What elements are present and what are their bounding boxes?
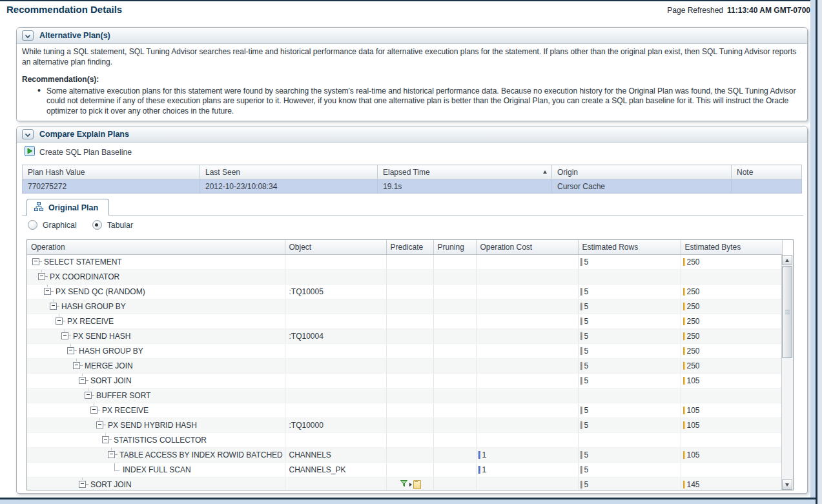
vertical-scrollbar[interactable] (781, 255, 793, 490)
collapse-node-icon[interactable] (56, 318, 63, 325)
plan-row[interactable]: HASH GROUP BY5250 (27, 343, 782, 358)
frame-bottom-outer (0, 499, 816, 504)
collapse-node-icon[interactable] (50, 303, 57, 310)
rows-bar-icon (581, 362, 582, 370)
estimated-rows-cell-value: 5 (584, 347, 589, 356)
plans-column-header[interactable]: Note (732, 165, 802, 179)
estimated-bytes-cell: 105 (681, 403, 782, 418)
collapse-compare-plans-button[interactable] (22, 129, 34, 139)
estimated-rows-cell-value: 5 (584, 361, 589, 370)
plan-row[interactable]: PX RECEIVE5105 (27, 403, 782, 418)
plans-column-label: Note (737, 168, 753, 177)
plan-column-header[interactable]: Pruning (433, 240, 476, 254)
estimated-bytes-cell: 250 (681, 328, 782, 343)
collapse-node-icon[interactable] (38, 273, 45, 280)
section-title: Alternative Plan(s) (39, 31, 110, 40)
compare-explain-plans-section: Compare Explain Plans Create SQL Plan Ba… (16, 126, 808, 494)
object-cell (285, 477, 386, 490)
tab-label: Original Plan (48, 203, 98, 212)
plan-row[interactable]: PX COORDINATOR (27, 269, 782, 284)
estimated-rows-cell: 5 (578, 328, 681, 343)
collapse-node-icon[interactable] (102, 436, 109, 443)
plan-row[interactable]: STATISTICS COLLECTOR (27, 432, 782, 447)
collapse-node-icon[interactable] (85, 392, 92, 399)
operation-label: HASH GROUP BY (79, 347, 143, 356)
create-sql-plan-baseline-button[interactable]: Create SQL Plan Baseline (25, 146, 132, 158)
note-icon[interactable] (413, 480, 421, 489)
operation-label: PX COORDINATOR (50, 272, 119, 281)
radio-option-tabular[interactable]: Tabular (92, 220, 133, 230)
plans-table-row[interactable]: 7702752722012-10-23/10:08:3419.1sCursor … (23, 179, 802, 194)
sort-ascending-icon (543, 170, 547, 174)
frame-top-border (0, 0, 822, 1)
radio-option-graphical[interactable]: Graphical (28, 220, 77, 230)
collapse-node-icon[interactable] (79, 377, 86, 384)
plans-column-header[interactable]: Last Seen (200, 165, 378, 179)
predicate-cell (386, 432, 433, 447)
plan-row[interactable]: SELECT STATEMENT5250 (27, 254, 782, 269)
plan-row[interactable]: HASH GROUP BY5250 (27, 299, 782, 314)
pruning-cell (433, 269, 476, 284)
scrollbar-thumb[interactable] (782, 266, 792, 358)
pruning-cell (433, 447, 476, 462)
operation-cell: PX SEND HYBRID HASH (27, 418, 285, 432)
rows-bar-icon (581, 481, 582, 489)
rows-bar-icon (581, 466, 582, 474)
plan-row[interactable]: TABLE ACCESS BY INDEX ROWID BATCHEDCHANN… (27, 447, 782, 462)
operation-cost-cell (476, 254, 578, 269)
plan-row[interactable]: INDEX FULL SCANCHANNELS_PK15 (27, 462, 782, 477)
collapse-node-icon[interactable] (61, 332, 68, 339)
plan-row[interactable]: BUFFER SORT (27, 388, 782, 403)
plan-row[interactable]: PX SEND QC (RANDOM):TQ100055250 (27, 284, 782, 299)
chevron-down-icon (25, 130, 31, 139)
operation-label: STATISTICS COLLECTOR (114, 436, 207, 445)
collapse-node-icon[interactable] (73, 362, 80, 369)
scrollbar-down-button[interactable] (782, 479, 792, 490)
estimated-rows-cell (578, 388, 681, 403)
estimated-bytes-cell-value: 145 (687, 480, 700, 489)
rows-bar-icon (581, 377, 582, 385)
plan-row[interactable]: MERGE JOIN5250 (27, 358, 782, 373)
plan-table-container: OperationObjectPredicatePruningOperation… (26, 239, 794, 490)
collapse-node-icon[interactable] (90, 407, 98, 414)
plan-row[interactable]: SORT JOIN5105 (27, 373, 782, 388)
plans-column-header[interactable]: Elapsed Time (378, 165, 552, 179)
estimated-rows-cell: 5 (578, 447, 681, 462)
estimated-bytes-cell-value: 250 (687, 361, 700, 370)
plan-column-header[interactable]: Operation Cost (476, 240, 578, 254)
scrollbar-up-button[interactable] (782, 255, 792, 265)
collapse-node-icon[interactable] (96, 421, 103, 428)
radio-selected-icon[interactable] (92, 220, 102, 230)
plan-row[interactable]: PX SEND HASH:TQ100045250 (27, 328, 782, 343)
collapse-node-icon[interactable] (108, 451, 115, 458)
collapse-node-icon[interactable] (67, 347, 74, 354)
filter-icon[interactable] (400, 479, 408, 489)
operation-cell: PX RECEIVE (27, 314, 285, 328)
plan-column-header[interactable]: Estimated Rows (578, 240, 681, 254)
collapse-node-icon[interactable] (44, 288, 51, 295)
plans-column-header[interactable]: Origin (552, 165, 732, 179)
operation-cell: PX COORDINATOR (27, 269, 285, 284)
plan-row[interactable]: PX SEND HYBRID HASH:TQ100005105 (27, 418, 782, 432)
plans-column-header[interactable]: Plan Hash Value (23, 165, 200, 179)
plan-row[interactable]: PX RECEIVE5250 (27, 314, 782, 328)
plan-column-header[interactable]: Predicate (386, 240, 433, 254)
plan-column-header[interactable]: Estimated Bytes (681, 240, 782, 254)
estimated-bytes-cell: 250 (681, 343, 782, 358)
collapse-alternative-plans-button[interactable] (22, 30, 34, 41)
tab-original-plan[interactable]: Original Plan (26, 199, 109, 216)
plan-row[interactable]: SORT JOIN5145 (27, 477, 782, 490)
plan-column-header[interactable]: Operation (27, 240, 285, 254)
estimated-rows-cell: 5 (578, 462, 681, 477)
operation-cell: MERGE JOIN (27, 358, 285, 373)
collapse-node-icon[interactable] (32, 258, 39, 265)
plans-column-label: Last Seen (205, 168, 240, 177)
estimated-bytes-cell: 145 (681, 477, 782, 490)
pruning-cell (433, 477, 476, 490)
radio-unselected-icon[interactable] (28, 220, 37, 230)
bytes-bar-icon (683, 288, 685, 296)
operation-cell: INDEX FULL SCAN (27, 462, 285, 477)
bytes-bar-icon (683, 332, 685, 340)
plan-column-header[interactable]: Object (285, 240, 386, 254)
collapse-node-icon[interactable] (79, 481, 86, 488)
